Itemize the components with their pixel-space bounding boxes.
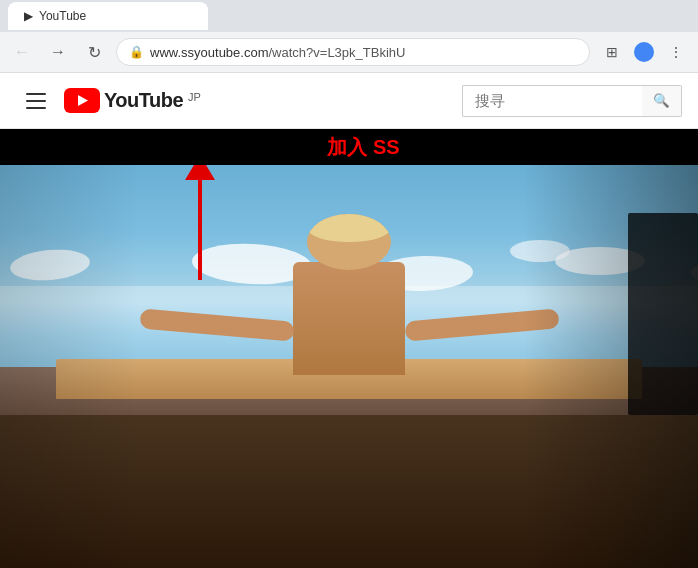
url-domain: www.ssyoutube.com	[150, 45, 269, 60]
youtube-search-container: 🔍	[462, 85, 682, 117]
youtube-logo[interactable]: YouTube JP	[64, 88, 201, 113]
extensions-icon: ⊞	[606, 44, 618, 60]
video-area[interactable]: 加入 SS	[0, 129, 698, 568]
profile-icon	[634, 42, 654, 62]
search-icon: 🔍	[653, 93, 670, 108]
forward-icon: →	[50, 43, 66, 61]
back-button[interactable]: ←	[8, 38, 36, 66]
tab-favicon: ▶	[24, 9, 33, 23]
video-overlay-text: 加入 SS	[327, 134, 399, 161]
search-wrapper: 🔍	[462, 85, 682, 117]
search-button[interactable]: 🔍	[642, 85, 682, 117]
video-scene	[0, 165, 698, 568]
youtube-menu-button[interactable]	[16, 81, 56, 121]
back-icon: ←	[14, 43, 30, 61]
video-black-top: 加入 SS	[0, 129, 698, 165]
video-frame[interactable]	[0, 165, 698, 568]
browser-chrome: ▶ YouTube ← → ↻ 🔒 www.ssyoutube.com/watc…	[0, 0, 698, 73]
tab-bar: ▶ YouTube	[0, 0, 698, 32]
hamburger-icon	[26, 100, 46, 102]
address-text: www.ssyoutube.com/watch?v=L3pk_TBkihU	[150, 45, 405, 60]
extensions-button[interactable]: ⊞	[598, 38, 626, 66]
youtube-logo-text: YouTube	[104, 89, 183, 112]
hamburger-icon	[26, 107, 46, 109]
address-bar[interactable]: 🔒 www.ssyoutube.com/watch?v=L3pk_TBkihU	[116, 38, 590, 66]
browser-tab[interactable]: ▶ YouTube	[8, 2, 208, 30]
hamburger-icon	[26, 93, 46, 95]
profile-button[interactable]	[630, 38, 658, 66]
youtube-play-icon	[64, 88, 100, 113]
lock-icon: 🔒	[129, 45, 144, 59]
address-bar-row: ← → ↻ 🔒 www.ssyoutube.com/watch?v=L3pk_T…	[0, 32, 698, 72]
browser-actions: ⊞ ⋮	[598, 38, 690, 66]
youtube-logo-suffix: JP	[188, 91, 201, 103]
refresh-button[interactable]: ↻	[80, 38, 108, 66]
refresh-icon: ↻	[88, 43, 101, 62]
browser-menu-button[interactable]: ⋮	[662, 38, 690, 66]
forward-button[interactable]: →	[44, 38, 72, 66]
browser-menu-icon: ⋮	[669, 44, 683, 60]
search-input[interactable]	[462, 85, 642, 117]
youtube-header: YouTube JP 🔍	[0, 73, 698, 129]
url-path: /watch?v=L3pk_TBkihU	[269, 45, 406, 60]
youtube-page: YouTube JP 🔍 加入 SS	[0, 73, 698, 568]
vignette-overlay	[0, 165, 698, 568]
tab-title: YouTube	[39, 9, 86, 23]
